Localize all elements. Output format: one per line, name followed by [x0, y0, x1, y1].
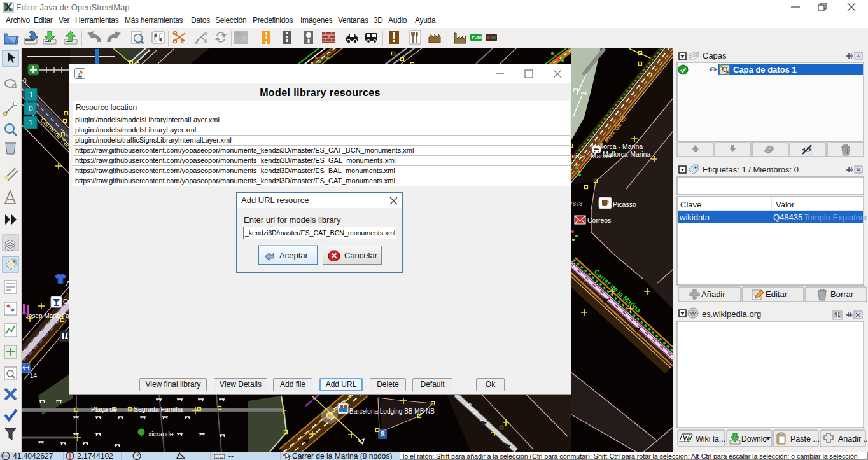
svg-text:Barcelona Lodging BB MB NB: Barcelona Lodging BB MB NB — [349, 408, 435, 415]
svg-text:Añadir ...: Añadir ... — [838, 435, 868, 443]
svg-text:14: 14 — [30, 372, 38, 379]
svg-text:Picasso: Picasso — [613, 200, 636, 208]
svg-text:xicrande: xicrande — [148, 430, 174, 438]
svg-text:Templo Expiatorio de: Templo Expiatorio de — [804, 213, 868, 222]
svg-text:Borrar: Borrar — [830, 289, 854, 299]
svg-text:6: 6 — [181, 38, 184, 44]
svg-text:Añadir: Añadir — [701, 289, 725, 299]
svg-text:Valor: Valor — [776, 200, 795, 209]
svg-text:0: 0 — [29, 104, 33, 113]
svg-text:7878: 7878 — [570, 200, 582, 207]
svg-text:Correos: Correos — [587, 216, 611, 224]
svg-text:Editar: Editar — [766, 289, 788, 299]
svg-text:Q48435: Q48435 — [773, 213, 802, 222]
svg-text:wikidata: wikidata — [679, 213, 710, 222]
svg-text:Wiki la...: Wiki la... — [696, 435, 725, 443]
svg-text:0: 0 — [23, 78, 27, 85]
svg-text:Paste ...: Paste ... — [790, 435, 820, 443]
svg-text:Capa de datos 1: Capa de datos 1 — [733, 65, 797, 74]
svg-text:Clave: Clave — [680, 200, 701, 209]
svg-text:Sagrada Família: Sagrada Família — [134, 405, 183, 413]
svg-text:S: S — [381, 431, 385, 438]
svg-text:E-60: E-60 — [472, 35, 482, 41]
svg-text:Downlo: Downlo — [741, 435, 767, 443]
svg-text:1: 1 — [29, 90, 34, 99]
svg-text:llorca - Marina: llorca - Marina — [569, 152, 612, 160]
svg-text:Plaça de: Plaça de — [91, 405, 117, 413]
svg-text:-1: -1 — [26, 118, 33, 127]
svg-text:Mallorca - Marina: Mallorca - Marina — [591, 143, 643, 150]
